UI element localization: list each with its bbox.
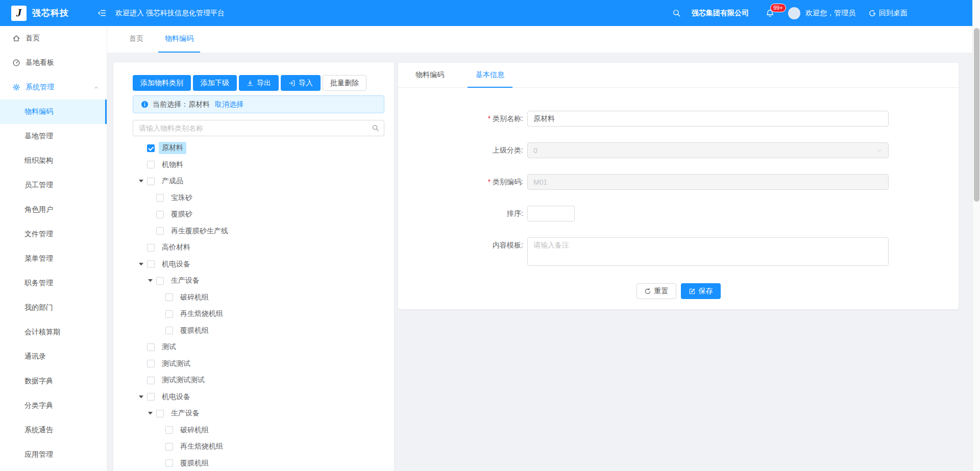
sidebar-item[interactable]: 通讯录: [0, 344, 107, 369]
tree-node-label[interactable]: 测试测试: [159, 358, 193, 370]
tree-checkbox[interactable]: [147, 161, 155, 168]
detail-tab[interactable]: 基本信息: [468, 63, 512, 88]
sort-order-input[interactable]: [527, 206, 575, 221]
tree-node[interactable]: 机电设备: [133, 389, 384, 406]
tree-node[interactable]: 覆膜机组: [133, 323, 384, 339]
tree-node-label[interactable]: 高价材料: [159, 241, 193, 254]
tree-checkbox[interactable]: [165, 426, 173, 434]
toolbar-button[interactable]: 添加物料类别: [133, 75, 191, 91]
tree-checkbox[interactable]: [165, 327, 173, 334]
tree-node-label[interactable]: 覆膜机组: [177, 457, 212, 469]
notifications-button[interactable]: 99+: [766, 9, 774, 18]
category-search-input[interactable]: [133, 120, 384, 136]
tree-node-label[interactable]: 机电设备: [159, 258, 193, 270]
toolbar-button[interactable]: 添加下级: [193, 75, 237, 91]
sidebar-item[interactable]: 会计核算期: [0, 320, 107, 344]
tree-node[interactable]: 覆膜机组: [133, 455, 384, 471]
tree-checkbox[interactable]: [156, 277, 164, 285]
tree-checkbox[interactable]: [165, 459, 173, 467]
tree-node-label[interactable]: 生产设备: [168, 275, 203, 287]
tree-checkbox[interactable]: [147, 144, 155, 152]
cancel-selection-link[interactable]: 取消选择: [215, 100, 243, 109]
tree-checkbox[interactable]: [156, 410, 164, 417]
tree-node-label[interactable]: 覆膜砂: [168, 208, 195, 220]
user-avatar[interactable]: [788, 7, 800, 19]
tree-checkbox[interactable]: [147, 360, 155, 367]
tree-node[interactable]: 再生覆膜砂生产线: [133, 223, 384, 240]
tree-checkbox[interactable]: [156, 211, 164, 218]
tree-node[interactable]: 产成品: [133, 173, 384, 190]
tree-node-label[interactable]: 破碎机组: [177, 291, 212, 304]
company-name[interactable]: 强芯集团有限公司: [692, 9, 749, 18]
tree-node-label[interactable]: 再生覆膜砂生产线: [168, 225, 231, 237]
sidebar-item[interactable]: 首页: [0, 26, 107, 51]
tree-node-label[interactable]: 测试: [159, 341, 179, 353]
sidebar-item[interactable]: 系统管理: [0, 75, 107, 100]
tree-node-label[interactable]: 产成品: [159, 175, 186, 187]
sidebar-item[interactable]: 数据字典: [0, 369, 107, 393]
search-icon[interactable]: [672, 9, 681, 17]
tree-node[interactable]: 机电设备: [133, 256, 384, 273]
tree-node[interactable]: 生产设备: [133, 405, 384, 422]
tree-checkbox[interactable]: [147, 377, 155, 384]
tree-node[interactable]: 破碎机组: [133, 289, 384, 306]
sidebar-item[interactable]: 角色用户: [0, 197, 107, 222]
sidebar-item[interactable]: 职务管理: [0, 271, 107, 295]
sidebar-item[interactable]: 分类字典: [0, 393, 107, 418]
tree-checkbox[interactable]: [165, 293, 173, 301]
tree-node[interactable]: 再生焙烧机组: [133, 306, 384, 323]
tree-checkbox[interactable]: [156, 194, 164, 202]
tree-node-label[interactable]: 机电设备: [159, 391, 193, 403]
tree-node[interactable]: 破碎机组: [133, 422, 384, 439]
tree-checkbox[interactable]: [147, 393, 155, 401]
back-to-desktop-button[interactable]: 回到桌面: [868, 9, 908, 18]
tree-node[interactable]: 测试: [133, 339, 384, 356]
category-name-input[interactable]: [527, 111, 889, 127]
detail-tab[interactable]: 物料编码: [407, 63, 452, 88]
sidebar-item[interactable]: 我的部门: [0, 295, 107, 320]
tree-node[interactable]: 测试测试: [133, 356, 384, 373]
tree-node[interactable]: 原材料: [133, 140, 384, 157]
save-button[interactable]: 保存: [681, 283, 721, 299]
tree-checkbox[interactable]: [165, 443, 173, 451]
toolbar-button[interactable]: 批量删除: [323, 75, 366, 91]
tree-expand-caret[interactable]: [139, 180, 143, 183]
page-tab[interactable]: 物料编码: [158, 26, 200, 53]
tree-node[interactable]: 生产设备: [133, 272, 384, 289]
tree-expand-caret[interactable]: [148, 279, 153, 282]
page-tab[interactable]: 首页: [122, 26, 150, 53]
tree-node-label[interactable]: 覆膜机组: [177, 325, 212, 337]
tree-node-label[interactable]: 再生焙烧机组: [177, 308, 226, 320]
sidebar-item[interactable]: 基地看板: [0, 51, 107, 75]
tree-node-label[interactable]: 宝珠砂: [168, 192, 195, 204]
sidebar-collapse-icon[interactable]: [97, 9, 107, 17]
scrollbar-thumb[interactable]: [974, 28, 979, 202]
tree-node-label[interactable]: 破碎机组: [177, 424, 212, 436]
tree-node-label[interactable]: 原材料: [159, 142, 186, 154]
tree-checkbox[interactable]: [147, 244, 155, 252]
reset-button[interactable]: 重置: [636, 283, 676, 299]
tree-node[interactable]: 宝珠砂: [133, 190, 384, 207]
tree-checkbox[interactable]: [147, 343, 155, 351]
sidebar-item[interactable]: 文件管理: [0, 222, 107, 246]
tree-node[interactable]: 测试测试测试: [133, 372, 384, 389]
sidebar-item[interactable]: 应用管理: [0, 442, 107, 467]
tree-expand-caret[interactable]: [148, 412, 153, 415]
tree-checkbox[interactable]: [165, 310, 173, 318]
toolbar-button[interactable]: 导出: [239, 75, 279, 91]
sidebar-item[interactable]: 基地管理: [0, 124, 107, 148]
tree-node-label[interactable]: 机物料: [159, 159, 186, 171]
sidebar-item[interactable]: 菜单管理: [0, 246, 107, 271]
tree-node-label[interactable]: 测试测试测试: [159, 374, 208, 386]
content-template-textarea[interactable]: [527, 237, 889, 266]
tree-node[interactable]: 机物料: [133, 157, 384, 173]
tree-node[interactable]: 覆膜砂: [133, 206, 384, 223]
tree-node-label[interactable]: 再生焙烧机组: [177, 440, 226, 453]
tree-checkbox[interactable]: [156, 227, 164, 235]
tree-expand-caret[interactable]: [139, 263, 143, 266]
sidebar-item[interactable]: 员工管理: [0, 173, 107, 197]
sidebar-item[interactable]: 组织架构: [0, 148, 107, 173]
tree-checkbox[interactable]: [147, 260, 155, 268]
tree-expand-caret[interactable]: [139, 395, 143, 399]
sidebar-item[interactable]: 物料编码: [0, 100, 107, 124]
